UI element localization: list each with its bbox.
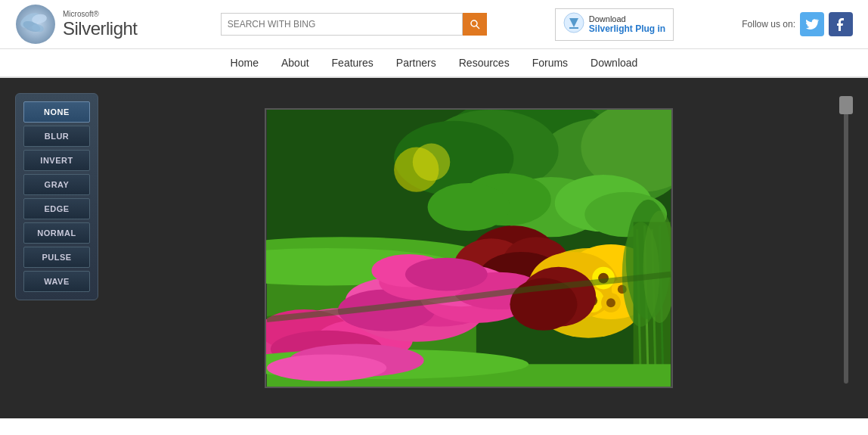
svg-point-5 xyxy=(471,20,477,26)
nav-list: Home About Features Partners Resources F… xyxy=(231,56,638,70)
nav-link-about[interactable]: About xyxy=(281,51,309,75)
logo-text: Microsoft® Silverlight xyxy=(63,10,138,39)
scrollbar-track xyxy=(844,96,848,384)
twitter-button[interactable] xyxy=(800,12,824,36)
search-button[interactable] xyxy=(463,13,487,36)
facebook-button[interactable] xyxy=(829,12,853,36)
download-sublabel: Silverlight Plug in xyxy=(589,23,665,34)
header: Microsoft® Silverlight Download Silverli… xyxy=(0,0,868,49)
download-label: Download xyxy=(589,14,665,23)
nav-item-forums[interactable]: Forums xyxy=(532,56,568,70)
effect-pulse-button[interactable]: PULSE xyxy=(23,247,90,268)
search-area xyxy=(221,13,487,36)
microsoft-label: Microsoft® xyxy=(63,10,138,18)
scrollbar-thumb[interactable] xyxy=(839,96,853,114)
search-icon xyxy=(470,19,480,30)
effect-blur-button[interactable]: BLUR xyxy=(23,126,90,147)
nav-item-home[interactable]: Home xyxy=(231,56,259,70)
nav-link-home[interactable]: Home xyxy=(231,51,259,75)
effect-edge-button[interactable]: EDGE xyxy=(23,198,90,219)
nav-link-download[interactable]: Download xyxy=(591,51,637,75)
scrollbar[interactable] xyxy=(839,93,853,403)
effect-invert-button[interactable]: INVERT xyxy=(23,150,90,171)
garden-svg xyxy=(266,110,671,387)
svg-point-57 xyxy=(606,298,615,307)
svg-point-21 xyxy=(428,183,510,231)
follow-label: Follow us on: xyxy=(742,19,795,30)
svg-rect-9 xyxy=(569,27,578,29)
nav-link-resources[interactable]: Resources xyxy=(459,51,510,75)
svg-line-6 xyxy=(476,26,479,29)
svg-point-43 xyxy=(405,258,488,291)
image-display-area xyxy=(113,93,824,403)
nav-item-about[interactable]: About xyxy=(281,56,309,70)
svg-point-73 xyxy=(413,144,450,181)
nav-item-features[interactable]: Features xyxy=(332,56,374,70)
download-silverlight-button[interactable]: Download Silverlight Plug in xyxy=(555,8,674,41)
silverlight-label: Silverlight xyxy=(63,18,138,39)
search-input[interactable] xyxy=(221,13,463,36)
nav-link-partners[interactable]: Partners xyxy=(396,51,436,75)
effect-wave-button[interactable]: WAVE xyxy=(23,271,90,292)
download-plugin-text: Download Silverlight Plug in xyxy=(589,14,665,34)
silverlight-logo-icon xyxy=(15,4,57,45)
nav-link-features[interactable]: Features xyxy=(332,51,374,75)
effect-gray-button[interactable]: GRAY xyxy=(23,174,90,195)
download-icon xyxy=(563,12,584,37)
main-content: NONE BLUR INVERT GRAY EDGE NORMAL PULSE … xyxy=(0,78,868,418)
svg-point-71 xyxy=(267,354,386,381)
logo-area: Microsoft® Silverlight xyxy=(15,4,138,45)
nav-item-partners[interactable]: Partners xyxy=(396,56,436,70)
nav-link-forums[interactable]: Forums xyxy=(532,51,568,75)
effect-none-button[interactable]: NONE xyxy=(23,101,90,123)
navigation: Home About Features Partners Resources F… xyxy=(0,49,868,78)
nav-item-resources[interactable]: Resources xyxy=(459,56,510,70)
garden-image xyxy=(265,108,673,388)
follow-area: Follow us on: xyxy=(742,12,853,36)
nav-item-download[interactable]: Download xyxy=(591,56,637,70)
effect-normal-button[interactable]: NORMAL xyxy=(23,222,90,244)
effects-panel: NONE BLUR INVERT GRAY EDGE NORMAL PULSE … xyxy=(15,93,98,300)
